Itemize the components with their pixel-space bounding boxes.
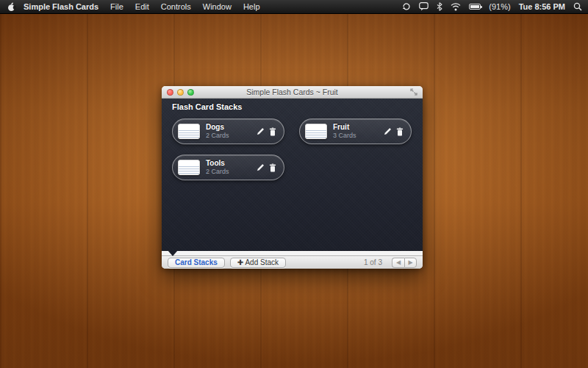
stack-name: Fruit [333, 123, 384, 132]
wifi-icon[interactable] [451, 3, 461, 11]
menu-help[interactable]: Help [243, 2, 260, 11]
window-title-bar[interactable]: Simple Flash Cards ~ Fruit [162, 86, 423, 99]
previous-page-button[interactable]: ◀ [392, 258, 404, 268]
menu-bar: Simple Flash Cards File Edit Controls Wi… [0, 0, 588, 14]
stack-name: Tools [206, 159, 257, 169]
menu-edit[interactable]: Edit [135, 2, 149, 11]
card-thumbnail-icon [178, 160, 200, 175]
traffic-lights [167, 89, 194, 96]
app-window: Simple Flash Cards ~ Fruit Flash Card St… [162, 86, 423, 269]
apple-logo-icon [7, 2, 16, 12]
stack-card-fruit[interactable]: Fruit 3 Cards [299, 118, 412, 144]
menu-window[interactable]: Window [203, 2, 232, 11]
next-page-button[interactable]: ▶ [404, 258, 417, 268]
add-stack-button[interactable]: ✚ Add Stack [230, 258, 286, 268]
page-indicator: 1 of 3 [364, 258, 382, 266]
battery-percent: (91%) [489, 2, 510, 11]
bluetooth-icon[interactable] [437, 2, 442, 11]
minimize-button[interactable] [177, 89, 184, 96]
popover-pointer [168, 250, 178, 256]
panel-heading: Flash Card Stacks [172, 102, 412, 111]
stack-card-tools[interactable]: Tools 2 Cards [172, 155, 284, 180]
resize-corner-icon[interactable] [410, 88, 417, 96]
card-thumbnail-icon [178, 124, 200, 139]
apple-menu[interactable] [6, 2, 18, 12]
zoom-button[interactable] [187, 89, 194, 96]
stack-count: 2 Cards [206, 168, 257, 176]
card-stacks-button[interactable]: Card Stacks [168, 258, 225, 268]
status-icons: (91%) Tue 8:56 PM [402, 2, 582, 11]
battery-icon[interactable] [469, 4, 481, 10]
stack-card-dogs[interactable]: Dogs 2 Cards [172, 118, 284, 144]
window-body-strip [162, 251, 423, 255]
menu-app-name[interactable]: Simple Flash Cards [24, 2, 98, 11]
battery-fill [470, 5, 479, 8]
menu-clock[interactable]: Tue 8:56 PM [519, 2, 565, 11]
sync-icon[interactable] [402, 2, 411, 11]
edit-pencil-icon[interactable] [257, 163, 265, 171]
edit-pencil-icon[interactable] [384, 127, 392, 135]
stack-count: 2 Cards [206, 132, 257, 140]
menu-file[interactable]: File [110, 2, 123, 11]
delete-trash-icon[interactable] [269, 163, 276, 172]
delete-trash-icon[interactable] [269, 127, 276, 136]
close-button[interactable] [167, 89, 173, 96]
flash-card-stacks-panel: Flash Card Stacks Dogs 2 Cards [162, 99, 423, 251]
pager-controls: ◀ ▶ [392, 258, 417, 268]
edit-pencil-icon[interactable] [257, 127, 265, 135]
spotlight-icon[interactable] [573, 2, 582, 11]
chat-bubble-icon[interactable] [419, 2, 429, 11]
card-thumbnail-icon [305, 124, 327, 139]
stack-grid: Dogs 2 Cards Fruit [172, 118, 412, 180]
delete-trash-icon[interactable] [396, 127, 404, 136]
menu-controls[interactable]: Controls [161, 2, 191, 11]
stack-name: Dogs [206, 123, 257, 132]
window-title: Simple Flash Cards ~ Fruit [162, 88, 423, 96]
stack-count: 3 Cards [333, 132, 384, 140]
bottom-toolbar: Card Stacks ✚ Add Stack 1 of 3 ◀ ▶ [162, 255, 423, 269]
